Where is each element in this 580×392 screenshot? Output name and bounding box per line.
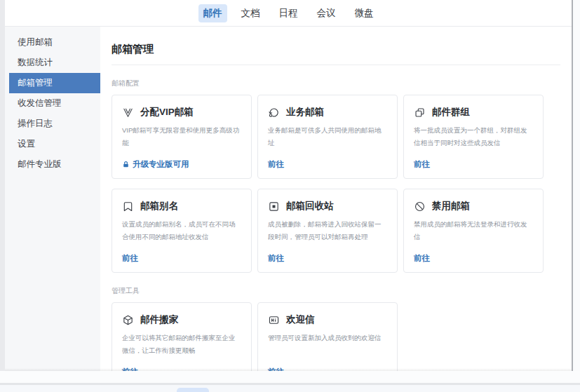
sidebar-item[interactable]: 数据统计 xyxy=(5,53,100,73)
card-desc: VIP邮箱可享无限容量和使用更多高级功能 xyxy=(122,124,241,149)
card-action-link[interactable]: 前往 xyxy=(414,253,430,264)
feature-card: 邮件群组将一批成员设置为一个群组，对群组发信相当于同时对这些成员发信前往 xyxy=(403,95,544,179)
top-nav-tabs: 邮件文档日程会议微盘 xyxy=(198,4,379,22)
section-label: 邮箱配置 xyxy=(112,79,560,88)
card-title: 邮件搬家 xyxy=(140,313,178,326)
feature-card: 邮箱别名设置成员的邮箱别名，成员可在不同场合使用不同的邮箱地址收发信前往 xyxy=(112,189,252,273)
sidebar-item[interactable]: 收发信管理 xyxy=(5,93,100,114)
main-content: 邮箱管理 邮箱配置分配VIP邮箱VIP邮箱可享无限容量和使用更多高级功能升级专业… xyxy=(100,27,572,371)
card-title: 分配VIP邮箱 xyxy=(140,106,194,119)
top-nav: 邮件文档日程会议微盘 xyxy=(5,0,572,27)
sidebar-item[interactable]: 设置 xyxy=(5,134,100,154)
card-action-link[interactable]: 前往 xyxy=(268,159,284,170)
nav-tab[interactable]: 会议 xyxy=(312,4,341,22)
feature-card: 业务邮箱业务邮箱是可供多人共同使用的邮箱地址前往 xyxy=(257,95,398,179)
card-grid: 分配VIP邮箱VIP邮箱可享无限容量和使用更多高级功能升级专业版可用业务邮箱业务… xyxy=(112,95,560,273)
card-desc: 将一批成员设置为一个群组，对群组发信相当于同时对这些成员发信 xyxy=(414,124,533,149)
section-label: 管理工具 xyxy=(112,287,560,295)
alias-icon xyxy=(122,201,134,212)
card-title: 欢迎信 xyxy=(286,313,315,326)
disable-icon xyxy=(414,201,426,212)
window-body: 使用邮箱数据统计邮箱管理收发信管理操作日志设置邮件专业版 邮箱管理 邮箱配置分配… xyxy=(5,27,572,371)
page-right-gutter xyxy=(573,0,580,383)
sections: 邮箱配置分配VIP邮箱VIP邮箱可享无限容量和使用更多高级功能升级专业版可用业务… xyxy=(112,79,560,371)
shared-mailbox-icon xyxy=(268,107,280,119)
card-title: 邮件群组 xyxy=(432,106,470,119)
recycle-icon xyxy=(268,201,280,212)
app-window: 邮件文档日程会议微盘 使用邮箱数据统计邮箱管理收发信管理操作日志设置邮件专业版 … xyxy=(5,0,572,371)
card-desc: 管理员可设置新加入成员收到的欢迎信 xyxy=(268,332,387,344)
page-title: 邮箱管理 xyxy=(112,34,560,65)
feature-card: 邮件搬家企业可以将其它邮箱的邮件搬家至企业微信，让工作衔接更顺畅前往 xyxy=(112,302,252,371)
page-background-below xyxy=(0,385,580,392)
card-action-label: 升级专业版可用 xyxy=(133,159,189,170)
card-desc: 设置成员的邮箱别名，成员可在不同场合使用不同的邮箱地址收发信 xyxy=(122,218,241,243)
feature-card: 欢迎信管理员可设置新加入成员收到的欢迎信前往 xyxy=(257,302,398,371)
vip-icon xyxy=(122,107,134,119)
card-header: 邮件搬家 xyxy=(122,313,241,326)
sidebar-item[interactable]: 操作日志 xyxy=(5,114,100,134)
card-desc: 业务邮箱是可供多人共同使用的邮箱地址 xyxy=(268,124,387,149)
feature-card: 禁用邮箱禁用成员的邮箱将无法登录和进行收发信前往 xyxy=(403,189,544,273)
card-title: 邮箱别名 xyxy=(140,200,178,212)
sidebar-item[interactable]: 邮箱管理 xyxy=(9,73,100,93)
card-header: 业务邮箱 xyxy=(268,106,387,119)
card-desc: 禁用成员的邮箱将无法登录和进行收发信 xyxy=(414,218,533,243)
feature-card: 分配VIP邮箱VIP邮箱可享无限容量和使用更多高级功能升级专业版可用 xyxy=(112,95,252,179)
card-header: 禁用邮箱 xyxy=(414,200,533,212)
page-left-gutter xyxy=(0,0,5,371)
card-action-link[interactable]: 升级专业版可用 xyxy=(122,159,189,170)
card-header: 分配VIP邮箱 xyxy=(122,106,241,119)
card-header: 邮件群组 xyxy=(414,106,533,119)
card-desc: 成员被删除，邮箱将进入回收站保留一段时间，管理员可以对邮箱再处理 xyxy=(268,218,387,243)
welcome-icon xyxy=(268,314,280,326)
card-header: 邮箱别名 xyxy=(122,200,241,212)
nav-tab[interactable]: 文档 xyxy=(236,4,265,22)
sidebar-item[interactable]: 邮件专业版 xyxy=(5,154,100,175)
card-desc: 企业可以将其它邮箱的邮件搬家至企业微信，让工作衔接更顺畅 xyxy=(122,332,241,357)
card-action-link[interactable]: 前往 xyxy=(122,253,138,264)
card-header: 欢迎信 xyxy=(268,313,387,326)
sidebar: 使用邮箱数据统计邮箱管理收发信管理操作日志设置邮件专业版 xyxy=(5,27,100,371)
card-header: 邮箱回收站 xyxy=(268,200,387,212)
card-title: 业务邮箱 xyxy=(286,106,324,119)
nav-tab[interactable]: 微盘 xyxy=(350,4,379,22)
nav-tab[interactable]: 日程 xyxy=(274,4,303,22)
mail-move-icon xyxy=(122,314,134,326)
nav-tab[interactable]: 邮件 xyxy=(198,4,227,22)
sidebar-item[interactable]: 使用邮箱 xyxy=(5,32,100,53)
card-title: 邮箱回收站 xyxy=(286,200,334,212)
window-bottom-band xyxy=(0,371,580,383)
lock-icon xyxy=(122,161,130,168)
card-grid: 邮件搬家企业可以将其它邮箱的邮件搬家至企业微信，让工作衔接更顺畅前往欢迎信管理员… xyxy=(112,302,560,371)
mail-group-icon xyxy=(414,107,426,119)
card-action-link[interactable]: 前往 xyxy=(268,253,284,264)
background-page-button[interactable] xyxy=(177,388,209,392)
card-action-link[interactable]: 前往 xyxy=(414,159,430,170)
feature-card: 邮箱回收站成员被删除，邮箱将进入回收站保留一段时间，管理员可以对邮箱再处理前往 xyxy=(257,189,398,273)
card-title: 禁用邮箱 xyxy=(432,200,470,212)
